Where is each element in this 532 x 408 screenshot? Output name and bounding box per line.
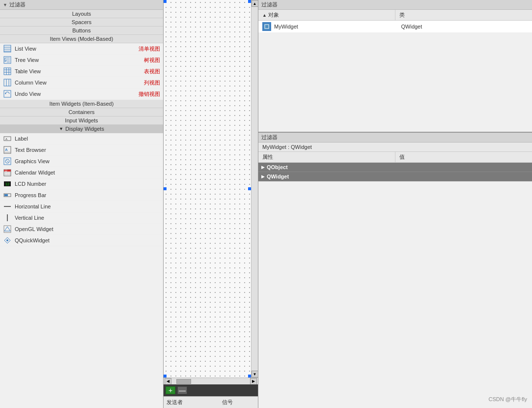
list-view-item[interactable]: List View 清单视图 <box>0 43 163 55</box>
qquick-widget-label: QQuickWidget <box>15 237 50 243</box>
undo-view-left: Undo View <box>3 89 41 98</box>
tree-view-item[interactable]: Tree View 树视图 <box>0 55 163 66</box>
svg-point-45 <box>6 239 8 241</box>
text-browser-item[interactable]: A Text Browser <box>0 145 163 156</box>
table-view-item[interactable]: Table View 表视图 <box>0 66 163 77</box>
label-item-label: Label <box>15 136 28 142</box>
object-tree-header: ▲ 对象 类 <box>258 10 532 21</box>
qquick-widget-left: QQuickWidget <box>3 236 50 245</box>
opengl-widget-item[interactable]: OpenGL Widget <box>0 224 163 235</box>
right-panel: 过滤器 ▲ 对象 类 MyWidget QWidget 过滤器 <box>258 0 532 408</box>
add-btn-label: + <box>168 386 172 394</box>
property-filter-label: 过滤器 <box>261 134 278 140</box>
display-widgets-arrow: ▼ <box>59 126 63 131</box>
svg-rect-18 <box>4 90 11 97</box>
vertical-line-item[interactable]: Vertical Line <box>0 212 163 224</box>
prop-col-property: 属性 <box>258 152 395 162</box>
canvas-scrollbar-h[interactable]: ◀ ▶ <box>164 378 258 384</box>
calendar-widget-item[interactable]: 12 Calendar Widget <box>0 167 163 178</box>
qobject-group-label: QObject <box>267 164 288 170</box>
progress-bar-left: Progress Bar <box>3 191 46 200</box>
scrollbar-thumb-h[interactable] <box>176 379 191 384</box>
qquick-widget-item[interactable]: QQuickWidget <box>0 235 163 246</box>
svg-marker-43 <box>4 227 10 231</box>
item-views-label: Item Views (Model-Based) <box>50 36 113 42</box>
left-filter-header: ▼ 过滤器 <box>0 0 163 10</box>
svg-text:12: 12 <box>4 169 7 172</box>
svg-rect-24 <box>4 152 10 152</box>
table-view-left: Table View <box>3 67 41 76</box>
graphics-view-label: Graphics View <box>15 158 50 164</box>
label-item[interactable]: A Label <box>0 133 163 145</box>
column-view-item[interactable]: Column View 列视图 <box>0 77 163 88</box>
canvas-handle-top-right[interactable] <box>248 0 251 3</box>
svg-rect-10 <box>4 68 11 75</box>
value-col-label: 值 <box>399 154 405 160</box>
remove-connection-button[interactable]: — <box>177 386 187 394</box>
canvas-area[interactable] <box>164 0 251 378</box>
property-col-label: 属性 <box>262 154 273 160</box>
left-panel: ▼ 过滤器 Layouts Spacers Buttons Item Views… <box>0 0 164 408</box>
column-view-left: Column View <box>3 78 47 87</box>
item-widgets-category[interactable]: Item Widgets (Item-Based) <box>0 100 163 108</box>
scroll-left-arrow[interactable]: ◀ <box>165 378 171 385</box>
list-view-left: List View <box>3 44 36 53</box>
list-view-label-cn: 清单视图 <box>139 45 160 53</box>
qwidget-group-label: QWidget <box>267 174 289 179</box>
item-views-category[interactable]: Item Views (Model-Based) <box>0 35 163 43</box>
spacers-label: Spacers <box>72 19 91 25</box>
qobject-group[interactable]: ▶ QObject <box>258 163 532 172</box>
mywidget-name: MyWidget <box>274 24 401 29</box>
object-col-label: 对象 <box>268 12 279 18</box>
svg-text:A: A <box>5 138 7 141</box>
table-view-label-cn: 表视图 <box>144 68 160 75</box>
lcd-number-item[interactable]: 12 LCD Number <box>0 178 163 190</box>
signal-row: 发送者 信号 <box>164 396 258 408</box>
qwidget-group[interactable]: ▶ QWidget <box>258 172 532 181</box>
tree-item-mywidget[interactable]: MyWidget QWidget <box>258 21 532 33</box>
canvas-wrapper: ▲ ▼ <box>164 0 258 378</box>
input-widgets-category[interactable]: Input Widgets <box>0 117 163 125</box>
scroll-up-arrow[interactable]: ▲ <box>252 0 258 7</box>
lcd-number-icon: 12 <box>3 179 12 188</box>
graphics-view-icon <box>3 157 12 166</box>
property-title-row: MyWidget : QWidget <box>258 143 532 152</box>
center-panel: ▲ ▼ ◀ ▶ + — 发送者 信号 <box>164 0 258 408</box>
layouts-category[interactable]: Layouts <box>0 10 163 18</box>
vertical-line-icon <box>3 213 12 222</box>
containers-category[interactable]: Containers <box>0 108 163 117</box>
label-icon: A <box>3 134 12 143</box>
scroll-right-arrow[interactable]: ▶ <box>250 378 257 385</box>
display-widgets-category[interactable]: ▼ Display Widgets <box>0 125 163 133</box>
qwidget-arrow-icon: ▶ <box>261 174 265 179</box>
text-browser-left: A Text Browser <box>3 146 46 154</box>
scroll-down-arrow[interactable]: ▼ <box>252 371 258 378</box>
undo-view-item[interactable]: Undo View 撤销视图 <box>0 88 163 100</box>
calendar-widget-label: Calendar Widget <box>15 170 55 175</box>
svg-text:12: 12 <box>5 182 9 186</box>
column-view-label-cn: 列视图 <box>144 79 160 87</box>
mywidget-class: QWidget <box>401 24 529 29</box>
triangle-icon: ▼ <box>3 2 7 7</box>
right-bottom-panel: 过滤器 MyWidget : QWidget 属性 值 ▶ QObject ▶ … <box>258 133 532 408</box>
label-item-left: A Label <box>3 134 28 143</box>
canvas-handle-top-left[interactable] <box>164 0 167 3</box>
horizontal-line-item[interactable]: Horizontal Line <box>0 201 163 212</box>
progress-bar-item[interactable]: Progress Bar <box>0 190 163 201</box>
undo-view-label-cn: 撤销视图 <box>139 90 160 98</box>
canvas-handle-mid-left[interactable] <box>164 187 167 190</box>
graphics-view-item[interactable]: Graphics View <box>0 156 163 167</box>
canvas-handle-bottom-left[interactable] <box>164 375 167 378</box>
buttons-category[interactable]: Buttons <box>0 27 163 35</box>
signal-label: 信号 <box>222 399 233 406</box>
qquick-widget-icon <box>3 236 12 245</box>
horizontal-line-left: Horizontal Line <box>3 202 51 211</box>
canvas-handle-bottom-right[interactable] <box>248 375 251 378</box>
undo-view-label: Undo View <box>15 91 41 97</box>
canvas-handle-mid-right[interactable] <box>248 187 251 190</box>
spacers-category[interactable]: Spacers <box>0 18 163 27</box>
canvas-scroll-v[interactable]: ▲ ▼ <box>251 0 258 378</box>
calendar-widget-icon: 12 <box>3 168 12 177</box>
tree-view-left: Tree View <box>3 56 39 64</box>
add-connection-button[interactable]: + <box>166 386 175 394</box>
